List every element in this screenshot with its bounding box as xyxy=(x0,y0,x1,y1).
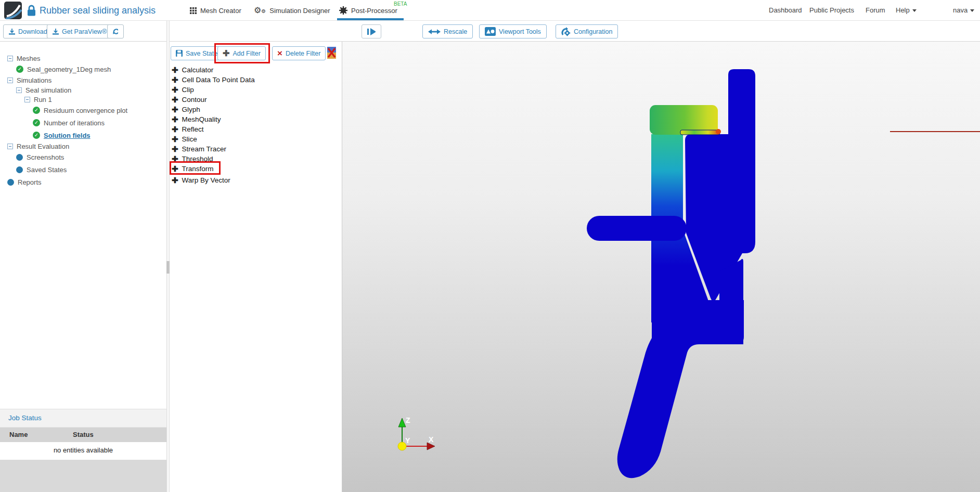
plus-icon: ✚ xyxy=(172,177,178,184)
chevron-down-icon xyxy=(970,9,974,12)
filter-item-meshquality[interactable]: ✚MeshQuality xyxy=(172,114,221,124)
user-menu[interactable]: nava xyxy=(953,0,974,21)
hot-spot xyxy=(716,129,721,134)
axis-x-label: X xyxy=(429,435,434,444)
job-status-filler xyxy=(0,460,166,492)
column-name: Name xyxy=(9,428,28,442)
success-check-icon: ✓ xyxy=(33,132,40,139)
tab-mesh-creator[interactable]: Mesh Creator xyxy=(190,0,241,21)
axis-z-label: Z xyxy=(406,416,410,424)
collapse-icon[interactable] xyxy=(7,144,13,149)
plus-icon: ✚ xyxy=(172,96,178,103)
filter-item-clip[interactable]: ✚Clip xyxy=(172,85,194,95)
job-status-empty-message: no entities available xyxy=(0,442,166,460)
collapse-icon[interactable] xyxy=(16,87,22,93)
plus-icon: ✚ xyxy=(172,136,178,143)
viewport-tools-button[interactable]: Viewport Tools xyxy=(479,24,547,38)
tab-label: Simulation Designer xyxy=(269,7,330,15)
success-check-icon: ✓ xyxy=(16,66,23,73)
delete-filter-button[interactable]: × Delete Filter xyxy=(272,46,326,60)
add-filter-annotation-box xyxy=(214,43,270,63)
filter-item-reflect[interactable]: ✚Reflect xyxy=(172,124,204,134)
item-dot-icon xyxy=(16,166,23,173)
tree-item-mesh[interactable]: ✓Seal_geometry_1Deg mesh xyxy=(16,64,111,74)
configuration-button[interactable]: Configuration xyxy=(556,24,618,38)
plus-icon: ✚ xyxy=(172,146,178,153)
tree-item-saved-states[interactable]: Saved States xyxy=(16,164,67,175)
plus-icon: ✚ xyxy=(172,106,178,113)
viewport-tools-icon xyxy=(485,27,496,36)
clear-filters-icon[interactable] xyxy=(327,47,336,61)
refresh-icon xyxy=(113,28,118,35)
download-icon xyxy=(9,29,15,35)
column-status: Status xyxy=(73,428,94,442)
tree-item-reports[interactable]: Reports xyxy=(7,177,42,187)
top-navbar: Rubber seal sliding analysis Mesh Creato… xyxy=(0,0,980,21)
download-button[interactable]: Download xyxy=(3,24,53,38)
collapse-icon[interactable] xyxy=(7,56,13,61)
success-check-icon: ✓ xyxy=(33,119,40,126)
tree-item-run-1[interactable]: Run 1 xyxy=(24,94,52,105)
tree-item-screenshots[interactable]: Screenshots xyxy=(16,152,64,162)
item-dot-icon xyxy=(16,154,23,161)
active-tab-underline xyxy=(337,18,404,20)
filter-panel: Save State ✚ Add Filter × Delete Filter … xyxy=(170,42,342,492)
tab-post-processor[interactable]: Post-Processor xyxy=(339,0,397,21)
play-icon xyxy=(367,28,376,35)
filter-item-cell-data[interactable]: ✚Cell Data To Point Data xyxy=(172,75,255,85)
tree-item-solution-fields[interactable]: ✓Solution fields xyxy=(33,130,91,140)
plus-icon: ✚ xyxy=(172,67,178,74)
contact-slot xyxy=(680,130,720,135)
toolbar-row: Download Get ParaView® von_Mises_stress … xyxy=(0,21,980,42)
item-dot-icon xyxy=(7,179,14,186)
delete-x-icon: × xyxy=(277,50,282,57)
splitter-grip-icon[interactable] xyxy=(167,261,169,274)
orientation-axes: Z Y X xyxy=(398,416,435,450)
lock-icon xyxy=(27,5,36,18)
refresh-button[interactable] xyxy=(107,24,124,38)
filter-item-contour[interactable]: ✚Contour xyxy=(172,95,207,105)
beta-badge: BETA xyxy=(394,1,407,7)
project-tree-panel: Meshes ✓Seal_geometry_1Deg mesh Simulati… xyxy=(0,42,166,492)
configuration-gear-icon xyxy=(561,27,571,36)
rescale-button[interactable]: Rescale xyxy=(422,24,473,38)
filter-item-calculator[interactable]: ✚Calculator xyxy=(172,65,213,75)
tree-item-seal-simulation[interactable]: Seal simulation xyxy=(16,85,71,95)
tree-item-meshes[interactable]: Meshes xyxy=(7,53,41,63)
job-status-columns: Name Status xyxy=(0,428,166,442)
help-menu[interactable]: Help xyxy=(896,0,917,21)
tab-label: Post-Processor xyxy=(351,7,397,15)
play-button[interactable] xyxy=(362,24,381,38)
filter-item-slice[interactable]: ✚Slice xyxy=(172,134,197,144)
get-paraview-button[interactable]: Get ParaView® xyxy=(47,24,112,38)
filter-item-stream-tracer[interactable]: ✚Stream Tracer xyxy=(172,144,226,154)
axis-y-label: Y xyxy=(405,436,410,445)
collapse-icon[interactable] xyxy=(7,77,13,83)
tree-item-simulations[interactable]: Simulations xyxy=(7,75,51,85)
plus-icon: ✚ xyxy=(172,76,178,84)
navlink-public-projects[interactable]: Public Projects xyxy=(809,0,854,21)
tree-item-iterations[interactable]: ✓Number of iterations xyxy=(33,118,105,128)
filter-item-warp-by-vector[interactable]: ✚Warp By Vector xyxy=(172,175,230,185)
tree-item-result-evaluation[interactable]: Result Evaluation xyxy=(7,141,69,151)
simscale-logo[interactable] xyxy=(4,2,22,19)
job-status-header: Job Status xyxy=(0,409,166,428)
navlink-dashboard[interactable]: Dashboard xyxy=(769,0,802,21)
tab-label: Mesh Creator xyxy=(200,7,241,15)
processor-gear-icon xyxy=(339,6,347,15)
tab-simulation-designer[interactable]: ⚙⚙ Simulation Designer xyxy=(254,0,330,21)
plus-icon: ✚ xyxy=(172,86,178,94)
plus-icon: ✚ xyxy=(172,126,178,133)
filter-item-glyph[interactable]: ✚Glyph xyxy=(172,105,200,114)
transform-annotation-box xyxy=(170,161,221,175)
plus-icon: ✚ xyxy=(172,116,178,123)
success-check-icon: ✓ xyxy=(33,107,40,114)
project-title: Rubber seal sliding analysis xyxy=(40,0,156,21)
tree-item-residuum-plot[interactable]: ✓Residuum convergence plot xyxy=(33,105,127,115)
render-viewport[interactable]: Z Y X xyxy=(342,42,980,492)
navlink-forum[interactable]: Forum xyxy=(866,0,885,21)
seal-stress-view: Z Y X xyxy=(342,42,980,492)
grid-icon xyxy=(190,7,197,14)
collapse-icon[interactable] xyxy=(24,97,30,102)
chevron-down-icon xyxy=(912,9,917,12)
